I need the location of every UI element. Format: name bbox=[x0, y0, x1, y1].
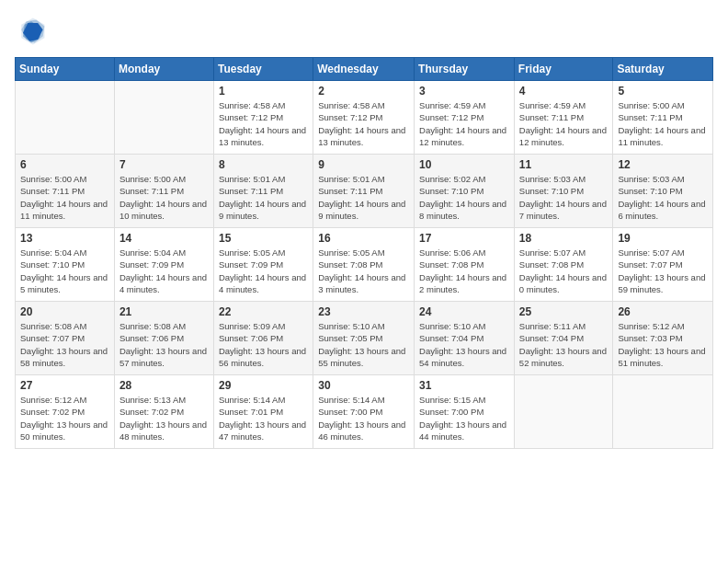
calendar-day-cell: 8Sunrise: 5:01 AMSunset: 7:11 PMDaylight… bbox=[213, 155, 313, 228]
day-number: 22 bbox=[219, 305, 308, 318]
calendar-day-cell: 19Sunrise: 5:07 AMSunset: 7:07 PMDayligh… bbox=[613, 228, 713, 302]
calendar-day-cell: 20Sunrise: 5:08 AMSunset: 7:07 PMDayligh… bbox=[16, 302, 115, 375]
calendar-day-cell: 22Sunrise: 5:09 AMSunset: 7:06 PMDayligh… bbox=[213, 302, 313, 375]
day-info: Sunrise: 5:03 AMSunset: 7:10 PMDaylight:… bbox=[618, 173, 708, 222]
calendar-day-cell: 12Sunrise: 5:03 AMSunset: 7:10 PMDayligh… bbox=[613, 155, 713, 228]
day-info: Sunrise: 5:08 AMSunset: 7:06 PMDaylight:… bbox=[119, 320, 209, 369]
calendar-day-cell: 6Sunrise: 5:00 AMSunset: 7:11 PMDaylight… bbox=[16, 155, 115, 228]
calendar-week-row: 13Sunrise: 5:04 AMSunset: 7:10 PMDayligh… bbox=[16, 228, 713, 302]
day-info: Sunrise: 5:01 AMSunset: 7:11 PMDaylight:… bbox=[219, 173, 308, 222]
calendar-header-row: SundayMondayTuesdayWednesdayThursdayFrid… bbox=[16, 58, 713, 81]
calendar-day-cell: 17Sunrise: 5:06 AMSunset: 7:08 PMDayligh… bbox=[415, 228, 515, 302]
day-info: Sunrise: 5:04 AMSunset: 7:10 PMDaylight:… bbox=[20, 247, 109, 295]
calendar-day-cell bbox=[114, 81, 213, 155]
calendar-day-cell: 29Sunrise: 5:14 AMSunset: 7:01 PMDayligh… bbox=[213, 375, 313, 449]
day-number: 6 bbox=[20, 158, 109, 171]
calendar-day-cell: 30Sunrise: 5:14 AMSunset: 7:00 PMDayligh… bbox=[313, 375, 415, 449]
day-info: Sunrise: 5:03 AMSunset: 7:10 PMDaylight:… bbox=[519, 173, 609, 222]
calendar-day-cell: 15Sunrise: 5:05 AMSunset: 7:09 PMDayligh… bbox=[213, 228, 313, 302]
calendar-day-cell: 2Sunrise: 4:58 AMSunset: 7:12 PMDaylight… bbox=[313, 81, 415, 155]
day-info: Sunrise: 5:00 AMSunset: 7:11 PMDaylight:… bbox=[20, 173, 109, 222]
day-number: 27 bbox=[20, 379, 109, 392]
calendar-table: SundayMondayTuesdayWednesdayThursdayFrid… bbox=[15, 57, 713, 449]
weekday-header: Monday bbox=[114, 58, 213, 81]
day-info: Sunrise: 5:08 AMSunset: 7:07 PMDaylight:… bbox=[20, 320, 109, 369]
day-info: Sunrise: 5:10 AMSunset: 7:05 PMDaylight:… bbox=[318, 320, 409, 369]
weekday-header: Saturday bbox=[613, 58, 713, 81]
day-number: 31 bbox=[419, 379, 509, 392]
day-number: 23 bbox=[318, 305, 409, 318]
day-number: 19 bbox=[618, 232, 708, 245]
calendar-day-cell: 13Sunrise: 5:04 AMSunset: 7:10 PMDayligh… bbox=[16, 228, 115, 302]
calendar-day-cell: 5Sunrise: 5:00 AMSunset: 7:11 PMDaylight… bbox=[613, 81, 713, 155]
calendar-day-cell bbox=[16, 81, 115, 155]
day-info: Sunrise: 5:05 AMSunset: 7:08 PMDaylight:… bbox=[318, 247, 409, 295]
day-info: Sunrise: 5:00 AMSunset: 7:11 PMDaylight:… bbox=[618, 99, 708, 148]
weekday-header: Wednesday bbox=[313, 58, 415, 81]
logo bbox=[15, 15, 51, 48]
calendar-day-cell: 10Sunrise: 5:02 AMSunset: 7:10 PMDayligh… bbox=[415, 155, 515, 228]
day-number: 20 bbox=[20, 305, 109, 318]
day-info: Sunrise: 5:09 AMSunset: 7:06 PMDaylight:… bbox=[219, 320, 308, 369]
day-number: 14 bbox=[119, 232, 209, 245]
calendar-day-cell: 4Sunrise: 4:59 AMSunset: 7:11 PMDaylight… bbox=[514, 81, 613, 155]
day-info: Sunrise: 5:01 AMSunset: 7:11 PMDaylight:… bbox=[318, 173, 409, 222]
weekday-header: Tuesday bbox=[213, 58, 313, 81]
day-number: 24 bbox=[419, 305, 509, 318]
day-info: Sunrise: 5:07 AMSunset: 7:08 PMDaylight:… bbox=[519, 247, 609, 295]
day-info: Sunrise: 5:10 AMSunset: 7:04 PMDaylight:… bbox=[419, 320, 509, 369]
day-number: 2 bbox=[318, 85, 409, 98]
day-number: 5 bbox=[618, 85, 708, 98]
day-number: 26 bbox=[618, 305, 708, 318]
day-number: 11 bbox=[519, 158, 609, 171]
day-info: Sunrise: 4:58 AMSunset: 7:12 PMDaylight:… bbox=[219, 99, 308, 148]
page-container: SundayMondayTuesdayWednesdayThursdayFrid… bbox=[0, 0, 728, 456]
day-info: Sunrise: 5:06 AMSunset: 7:08 PMDaylight:… bbox=[419, 247, 509, 295]
calendar-day-cell: 31Sunrise: 5:15 AMSunset: 7:00 PMDayligh… bbox=[415, 375, 515, 449]
day-number: 4 bbox=[519, 85, 609, 98]
calendar-day-cell: 1Sunrise: 4:58 AMSunset: 7:12 PMDaylight… bbox=[213, 81, 313, 155]
day-number: 13 bbox=[20, 232, 109, 245]
day-number: 8 bbox=[219, 158, 308, 171]
day-number: 3 bbox=[419, 85, 509, 98]
day-number: 7 bbox=[119, 158, 209, 171]
day-number: 12 bbox=[618, 158, 708, 171]
calendar-day-cell: 27Sunrise: 5:12 AMSunset: 7:02 PMDayligh… bbox=[16, 375, 115, 449]
day-number: 15 bbox=[219, 232, 308, 245]
calendar-day-cell bbox=[613, 375, 713, 449]
weekday-header: Sunday bbox=[16, 58, 115, 81]
day-info: Sunrise: 5:12 AMSunset: 7:03 PMDaylight:… bbox=[618, 320, 708, 369]
day-number: 18 bbox=[519, 232, 609, 245]
day-number: 30 bbox=[318, 379, 409, 392]
calendar-day-cell: 23Sunrise: 5:10 AMSunset: 7:05 PMDayligh… bbox=[313, 302, 415, 375]
calendar-day-cell: 7Sunrise: 5:00 AMSunset: 7:11 PMDaylight… bbox=[114, 155, 213, 228]
day-info: Sunrise: 5:12 AMSunset: 7:02 PMDaylight:… bbox=[20, 394, 109, 442]
day-info: Sunrise: 5:15 AMSunset: 7:00 PMDaylight:… bbox=[419, 394, 509, 442]
calendar-day-cell: 21Sunrise: 5:08 AMSunset: 7:06 PMDayligh… bbox=[114, 302, 213, 375]
day-info: Sunrise: 5:14 AMSunset: 7:01 PMDaylight:… bbox=[219, 394, 308, 442]
calendar-week-row: 1Sunrise: 4:58 AMSunset: 7:12 PMDaylight… bbox=[16, 81, 713, 155]
weekday-header: Thursday bbox=[415, 58, 515, 81]
day-number: 17 bbox=[419, 232, 509, 245]
page-header bbox=[15, 15, 713, 48]
calendar-week-row: 6Sunrise: 5:00 AMSunset: 7:11 PMDaylight… bbox=[16, 155, 713, 228]
day-info: Sunrise: 5:02 AMSunset: 7:10 PMDaylight:… bbox=[419, 173, 509, 222]
day-info: Sunrise: 5:14 AMSunset: 7:00 PMDaylight:… bbox=[318, 394, 409, 442]
day-number: 9 bbox=[318, 158, 409, 171]
day-info: Sunrise: 5:04 AMSunset: 7:09 PMDaylight:… bbox=[119, 247, 209, 295]
calendar-day-cell bbox=[514, 375, 613, 449]
calendar-day-cell: 25Sunrise: 5:11 AMSunset: 7:04 PMDayligh… bbox=[514, 302, 613, 375]
calendar-day-cell: 14Sunrise: 5:04 AMSunset: 7:09 PMDayligh… bbox=[114, 228, 213, 302]
day-info: Sunrise: 5:11 AMSunset: 7:04 PMDaylight:… bbox=[519, 320, 609, 369]
day-number: 28 bbox=[119, 379, 209, 392]
day-info: Sunrise: 5:00 AMSunset: 7:11 PMDaylight:… bbox=[119, 173, 209, 222]
day-number: 21 bbox=[119, 305, 209, 318]
calendar-day-cell: 16Sunrise: 5:05 AMSunset: 7:08 PMDayligh… bbox=[313, 228, 415, 302]
day-info: Sunrise: 5:07 AMSunset: 7:07 PMDaylight:… bbox=[618, 247, 708, 295]
calendar-day-cell: 24Sunrise: 5:10 AMSunset: 7:04 PMDayligh… bbox=[415, 302, 515, 375]
day-number: 25 bbox=[519, 305, 609, 318]
day-info: Sunrise: 4:59 AMSunset: 7:11 PMDaylight:… bbox=[519, 99, 609, 148]
day-number: 16 bbox=[318, 232, 409, 245]
calendar-day-cell: 28Sunrise: 5:13 AMSunset: 7:02 PMDayligh… bbox=[114, 375, 213, 449]
calendar-week-row: 27Sunrise: 5:12 AMSunset: 7:02 PMDayligh… bbox=[16, 375, 713, 449]
